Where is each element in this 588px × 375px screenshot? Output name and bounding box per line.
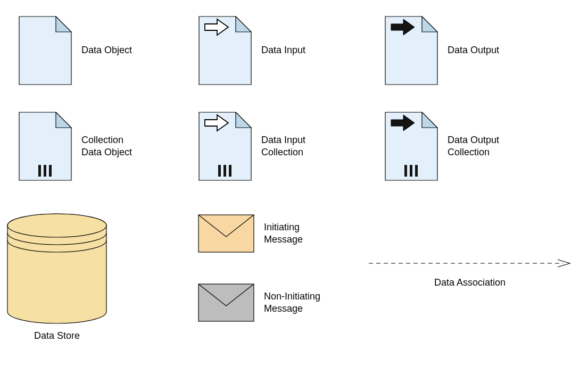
svg-rect-0 [38,165,41,177]
data-output-item: Data Output [385,16,499,85]
document-arrow-filled-icon [385,16,438,85]
data-association-arrow-icon [369,258,571,269]
collection-data-object-label-line2: Data Object [81,146,132,159]
initiating-message-label-line2: Message [264,234,303,246]
svg-rect-7 [410,165,412,177]
non-initiating-message-label: Non-Initiating Message [264,290,320,315]
svg-rect-11 [198,284,254,321]
initiating-message-label: Initiating Message [264,221,303,246]
document-icon [19,16,72,85]
data-input-collection-label: Data Input Collection [261,134,305,159]
collection-data-object-label-line1: Collection [81,134,132,146]
svg-point-9 [7,214,106,237]
document-arrow-filled-collection-icon [385,112,438,181]
non-initiating-message-label-line2: Message [264,303,320,315]
document-collection-icon [19,112,72,181]
data-input-collection-label-line2: Collection [261,146,305,159]
svg-rect-10 [198,215,254,252]
collection-data-object-item: Collection Data Object [19,112,132,181]
data-association-item: Data Association [369,258,571,289]
data-output-label: Data Output [448,44,499,56]
non-initiating-message-label-line1: Non-Initiating [264,290,320,303]
data-object-item: Data Object [19,16,132,85]
data-output-collection-label-line1: Data Output [448,134,499,146]
svg-rect-3 [218,165,221,177]
document-arrow-outline-icon [198,16,252,85]
svg-rect-6 [404,165,407,177]
data-input-label: Data Input [261,44,305,56]
data-store-cylinder-icon [6,213,107,324]
svg-rect-4 [223,165,226,177]
data-store-label: Data Store [34,330,80,342]
data-input-collection-item: Data Input Collection [198,112,305,181]
data-output-collection-label: Data Output Collection [448,134,499,159]
svg-rect-1 [44,165,46,177]
document-arrow-outline-collection-icon [198,112,252,181]
data-object-label: Data Object [81,44,132,56]
data-association-label: Data Association [434,277,506,289]
svg-rect-5 [229,165,231,177]
data-store-item: Data Store [6,213,107,342]
svg-rect-2 [49,165,52,177]
data-input-collection-label-line1: Data Input [261,134,305,146]
envelope-initiating-icon [198,214,254,253]
data-input-item: Data Input [198,16,305,85]
data-output-collection-label-line2: Collection [448,146,499,159]
initiating-message-item: Initiating Message [198,214,303,253]
non-initiating-message-item: Non-Initiating Message [198,284,320,322]
initiating-message-label-line1: Initiating [264,221,303,234]
data-output-collection-item: Data Output Collection [385,112,499,181]
svg-rect-8 [415,165,418,177]
envelope-non-initiating-icon [198,284,254,322]
collection-data-object-label: Collection Data Object [81,134,132,159]
